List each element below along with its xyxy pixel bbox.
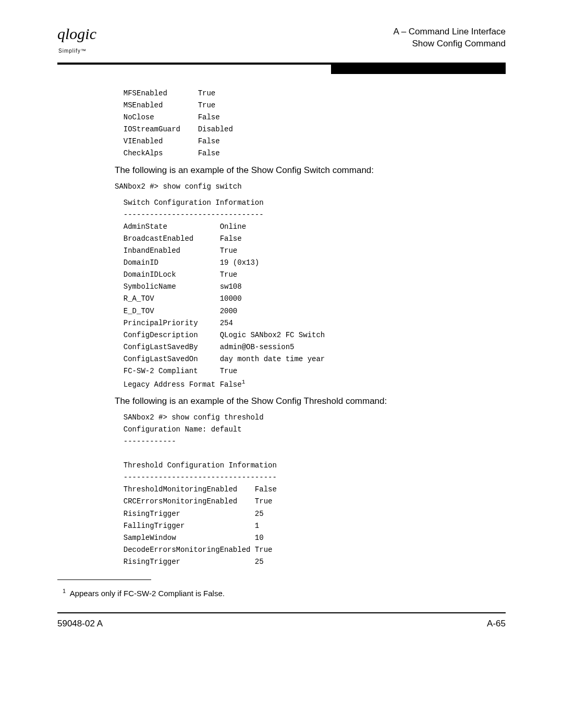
- body-content: MFSEnabled True MSEnabled True NoClose F…: [115, 88, 506, 568]
- code-block-port-config: MFSEnabled True MSEnabled True NoClose F…: [115, 88, 506, 160]
- footnote-marker: 1: [63, 588, 66, 594]
- footnote-1: 1 Appears only if FC-SW-2 Compliant is F…: [72, 588, 506, 598]
- footnote-text: Appears only if FC-SW-2 Compliant is Fal…: [70, 589, 225, 598]
- page-footer: 59048-02 A A-65: [57, 619, 506, 629]
- header-line-2: Show Config Command: [394, 38, 506, 50]
- footer-page-number: A-65: [487, 619, 506, 629]
- page-header: qlogic Simplify™ A – Command Line Interf…: [57, 26, 506, 57]
- footnote-ref-1: 1: [242, 379, 246, 385]
- intro-switch-example: The following is an example of the Show …: [115, 165, 506, 176]
- footer-rule: [57, 612, 506, 613]
- header-line-1: A – Command Line Interface: [394, 26, 506, 38]
- qlogic-logo: qlogic Simplify™: [57, 26, 96, 57]
- intro-threshold-example: The following is an example of the Show …: [115, 396, 506, 406]
- switch-output-text: Switch Configuration Information -------…: [115, 199, 325, 389]
- header-title-block: A – Command Line Interface Show Config C…: [394, 26, 506, 50]
- footer-doc-id: 59048-02 A: [57, 619, 103, 629]
- code-block-switch-output: Switch Configuration Information -------…: [115, 197, 506, 391]
- logo-tagline: Simplify™: [58, 48, 87, 54]
- footnote-rule: [57, 579, 151, 580]
- code-block-threshold-output: SANbox2 #> show config threshold Configu…: [115, 412, 506, 568]
- header-tab-bar: [331, 64, 506, 74]
- code-block-switch-cmd: SANbox2 #> show config switch: [115, 181, 506, 193]
- logo-wordmark: qlogic: [57, 25, 96, 42]
